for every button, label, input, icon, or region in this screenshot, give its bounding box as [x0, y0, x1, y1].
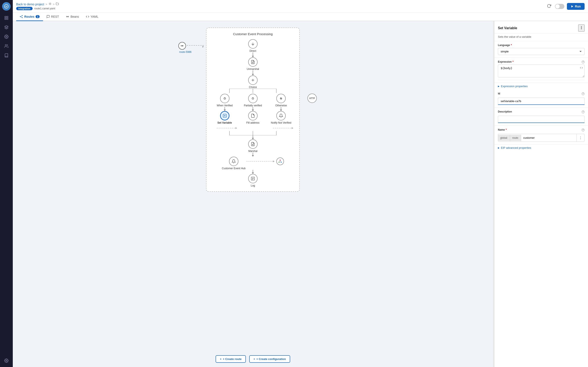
connector-5: [253, 170, 253, 172]
svg-marker-5: [5, 25, 8, 27]
canvas-area[interactable]: route-5986 Customer Event Processing Dir…: [13, 21, 493, 367]
node-log[interactable]: Log: [248, 174, 258, 187]
svg-rect-1: [5, 17, 6, 18]
right-panel: Set Variable Sets the value of a variabl…: [494, 21, 588, 367]
when-verified-circle[interactable]: [220, 94, 229, 103]
toggle-switch[interactable]: [555, 4, 564, 9]
breadcrumb-sep1: >: [46, 3, 47, 6]
tab-routes[interactable]: Routes 1: [16, 13, 43, 21]
expression-textarea[interactable]: ${body}: [498, 65, 585, 77]
tab-bar: Routes 1 REST Beans YAML: [13, 13, 588, 21]
arrow-1: [252, 56, 254, 57]
branch-bottom: [219, 131, 287, 135]
node-partially-verified[interactable]: Partially verified: [244, 94, 262, 107]
name-value[interactable]: customer: [521, 134, 577, 141]
route-source-icon: [178, 42, 186, 50]
connector-1: [253, 52, 253, 56]
svg-point-75: [581, 27, 582, 28]
http-endpoint: HTTP: [307, 93, 317, 103]
back-link[interactable]: Back to demo project: [16, 3, 44, 6]
sidebar-item-layers[interactable]: [2, 23, 11, 32]
svg-line-22: [21, 16, 22, 17]
node-set-variable[interactable]: Set Variable: [218, 111, 232, 124]
tab-yaml[interactable]: YAML: [82, 13, 102, 21]
node-when-verified[interactable]: When Verified: [217, 94, 233, 107]
language-field-row: Language *: [498, 44, 585, 48]
customer-event-hub-circle[interactable]: [229, 157, 238, 166]
fill-address-circle[interactable]: [248, 111, 258, 120]
sidebar: [0, 0, 13, 367]
arr-wv: [224, 109, 226, 111]
route-id-link[interactable]: route-5986: [179, 50, 192, 53]
node-marshal[interactable]: Marshal: [248, 139, 258, 153]
language-select[interactable]: simple groovy javascript jsonpath xpath: [498, 48, 585, 55]
svg-line-67: [279, 160, 280, 162]
refresh-button[interactable]: [546, 3, 552, 10]
expression-properties-expand[interactable]: ▶ Expression properties: [494, 83, 588, 90]
id-label: Id: [498, 92, 500, 95]
sidebar-item-users[interactable]: [2, 42, 11, 50]
eip-properties-expand[interactable]: ▶ EIP advanced properties: [494, 144, 588, 151]
expression-help-icon[interactable]: [582, 60, 585, 64]
otherwise-label: Otherwise: [275, 104, 287, 107]
arrow-3: [252, 138, 254, 139]
main-content: Back to demo project > >: [13, 0, 588, 367]
description-input[interactable]: [498, 116, 585, 123]
direct-label: Direct: [249, 50, 256, 52]
connector-3: [253, 135, 253, 138]
sidebar-item-gear[interactable]: [2, 356, 11, 365]
branch-top: [219, 89, 287, 93]
name-help-icon[interactable]: [582, 128, 585, 132]
node-otherwise[interactable]: Otherwise: [275, 94, 287, 107]
name-row: global: route: customer ⋮: [498, 134, 585, 142]
node-fill-address[interactable]: Fill address: [246, 111, 259, 124]
set-variable-circle[interactable]: [220, 111, 229, 120]
flow-title: Customer Event Processing: [233, 32, 273, 36]
unmarshal-circle[interactable]: [248, 57, 258, 67]
node-customer-event-hub[interactable]: Customer Event Hub: [222, 157, 245, 170]
create-config-button[interactable]: + + Create configuration: [249, 355, 290, 363]
fill-address-label: Fill address: [246, 121, 259, 124]
tab-beans[interactable]: Beans: [62, 13, 82, 21]
tab-rest[interactable]: REST: [43, 13, 62, 21]
notify-not-verified-circle[interactable]: [276, 111, 286, 120]
description-help-icon[interactable]: [582, 110, 585, 114]
content-area: route-5986 Customer Event Processing Dir…: [13, 21, 588, 367]
node-choice[interactable]: Choice: [248, 75, 258, 89]
sidebar-item-book[interactable]: [2, 51, 11, 60]
create-route-button[interactable]: + + Create route: [216, 355, 246, 363]
direct-circle[interactable]: [248, 39, 258, 49]
svg-point-20: [22, 15, 23, 16]
sidebar-item-grid[interactable]: [2, 14, 11, 22]
node-unmarshal[interactable]: Unmarshal: [247, 57, 259, 71]
expression-textarea-wrapper: ${body}: [498, 65, 585, 78]
panel-menu-button[interactable]: [578, 25, 585, 32]
app-logo[interactable]: [2, 2, 11, 11]
dashed-to-http-ow: [268, 126, 294, 130]
log-circle[interactable]: [248, 174, 258, 183]
arr-ow: [280, 109, 282, 111]
marshal-circle[interactable]: [248, 139, 258, 149]
route-source: [178, 42, 186, 50]
node-notify-not-verified[interactable]: Notify Not Verified: [271, 111, 291, 124]
svg-line-68: [280, 160, 281, 162]
code-icon[interactable]: [580, 66, 583, 70]
sidebar-item-settings[interactable]: [2, 32, 11, 41]
name-menu-button[interactable]: ⋮: [577, 134, 584, 142]
id-help-icon[interactable]: [582, 92, 585, 96]
svg-line-23: [21, 17, 22, 17]
id-input[interactable]: [498, 98, 585, 105]
otherwise-circle[interactable]: [276, 94, 286, 103]
connector-4: [253, 153, 253, 155]
node-direct[interactable]: Direct: [248, 39, 258, 52]
id-field-row: Id: [498, 92, 585, 96]
svg-point-66: [281, 162, 282, 163]
svg-point-74: [581, 26, 582, 27]
branch-when-verified: When Verified: [212, 94, 237, 130]
partially-verified-circle[interactable]: [248, 94, 258, 103]
routes-badge: 1: [36, 15, 39, 18]
run-button[interactable]: Run: [567, 3, 585, 10]
branch-row: When Verified: [212, 94, 294, 130]
svg-point-7: [5, 45, 7, 46]
choice-circle[interactable]: [248, 75, 258, 85]
